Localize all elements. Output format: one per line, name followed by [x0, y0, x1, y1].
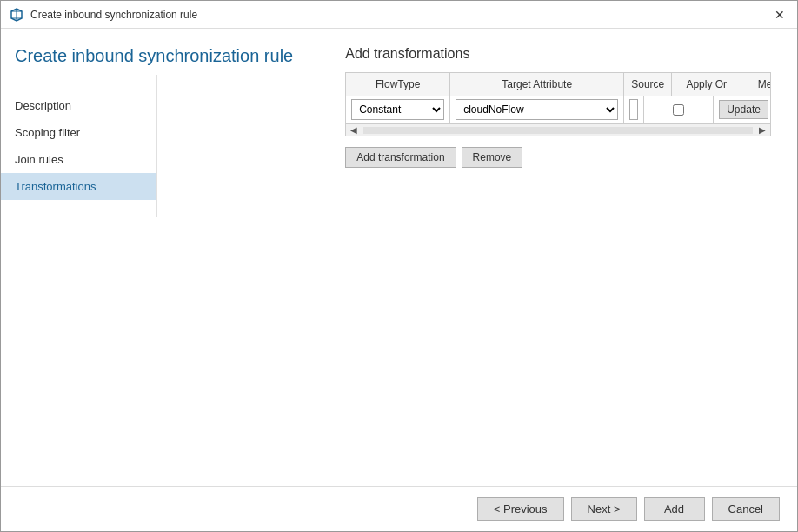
- section-title: Add transformations: [345, 46, 771, 62]
- cancel-button[interactable]: Cancel: [712, 497, 780, 521]
- remove-button[interactable]: Remove: [462, 147, 523, 168]
- td-target-attribute[interactable]: cloudNoFlow: [450, 96, 624, 123]
- content-area: Create inbound synchronization rule Desc…: [1, 29, 797, 486]
- close-button[interactable]: ✕: [771, 6, 788, 23]
- sidebar-item-scoping-filter[interactable]: Scoping filter: [1, 119, 156, 146]
- merge-type-button[interactable]: Update: [719, 100, 768, 119]
- title-bar: Create inbound synchronization rule ✕: [1, 1, 797, 29]
- td-merge-type[interactable]: Update: [714, 96, 771, 123]
- page-title: Create inbound synchronization rule: [1, 29, 319, 75]
- th-source: Source: [624, 73, 672, 96]
- sidebar: Description Scoping filter Join rules Tr…: [1, 75, 157, 217]
- source-input[interactable]: [629, 99, 638, 120]
- transformations-table: FlowType Target Attribute Source Apply O…: [345, 72, 771, 136]
- td-flowtype[interactable]: Constant Direct Expression: [346, 96, 450, 123]
- add-transformation-button[interactable]: Add transformation: [345, 147, 456, 168]
- sidebar-item-description[interactable]: Description: [1, 92, 156, 119]
- next-button[interactable]: Next >: [571, 497, 637, 521]
- horizontal-scrollbar[interactable]: ◀ ▶: [346, 123, 770, 136]
- app-icon: [10, 8, 23, 22]
- title-bar-left: Create inbound synchronization rule: [10, 8, 197, 22]
- th-target-attribute: Target Attribute: [450, 73, 624, 96]
- sidebar-item-transformations[interactable]: Transformations: [1, 173, 156, 200]
- scroll-left-arrow[interactable]: ◀: [348, 125, 360, 135]
- add-button[interactable]: Add: [644, 497, 705, 521]
- scroll-track[interactable]: [363, 127, 753, 134]
- previous-button[interactable]: < Previous: [477, 497, 564, 521]
- table-header: FlowType Target Attribute Source Apply O…: [346, 73, 770, 96]
- th-merge-type: Merge Type: [741, 73, 771, 96]
- window-title: Create inbound synchronization rule: [30, 9, 197, 21]
- td-apply-once[interactable]: [644, 96, 714, 123]
- action-buttons: Add transformation Remove: [345, 147, 771, 168]
- scroll-right-arrow[interactable]: ▶: [756, 125, 768, 135]
- th-apply-or: Apply Or: [672, 73, 741, 96]
- main-window: Create inbound synchronization rule ✕ Cr…: [0, 0, 798, 532]
- sidebar-item-join-rules[interactable]: Join rules: [1, 146, 156, 173]
- th-flowtype: FlowType: [346, 73, 450, 96]
- footer: < Previous Next > Add Cancel: [1, 486, 797, 531]
- left-panel: Create inbound synchronization rule Desc…: [1, 29, 319, 486]
- table-row: Constant Direct Expression cloudNoFlow: [346, 96, 770, 123]
- main-content: Add transformations FlowType Target Attr…: [319, 29, 797, 486]
- td-source[interactable]: [624, 96, 644, 123]
- flowtype-select[interactable]: Constant Direct Expression: [351, 99, 444, 120]
- apply-once-checkbox[interactable]: [673, 104, 684, 116]
- target-attribute-select[interactable]: cloudNoFlow: [456, 99, 618, 120]
